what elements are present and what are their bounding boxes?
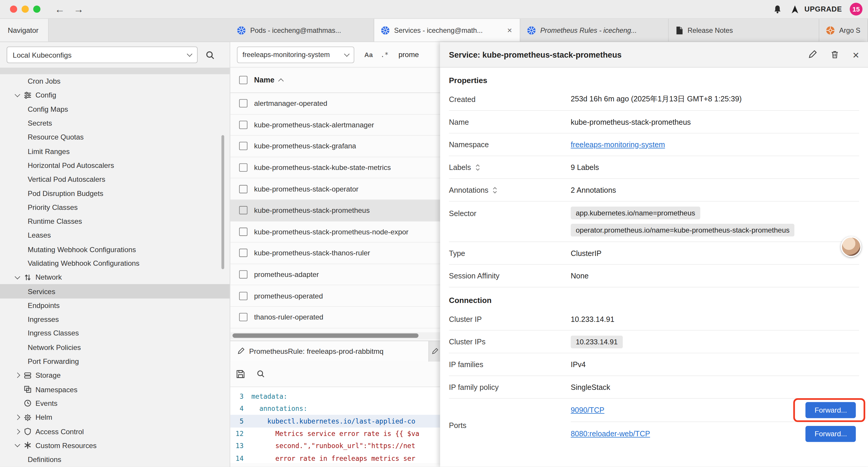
editor-tab-partial[interactable]: [429, 341, 440, 361]
notification-count-badge[interactable]: 15: [850, 3, 862, 16]
back-icon[interactable]: ←: [55, 4, 65, 14]
table-row-selected[interactable]: kube-prometheus-stack-prometheus: [230, 200, 440, 221]
row-checkbox[interactable]: [239, 206, 247, 214]
close-window-button[interactable]: [10, 6, 17, 13]
tab-release-notes[interactable]: Release Notes: [669, 19, 819, 42]
tab-argo[interactable]: Argo S: [819, 19, 868, 42]
sidebar-group-storage[interactable]: Storage: [0, 368, 230, 382]
sidebar-scrollbar[interactable]: [221, 135, 224, 269]
table-row[interactable]: kube-prometheus-stack-operator: [230, 178, 440, 200]
sidebar-item-validating-webhook-configurations[interactable]: Validating Webhook Configurations: [0, 256, 230, 270]
row-checkbox[interactable]: [239, 185, 247, 193]
forward-button[interactable]: Forward...: [806, 426, 856, 442]
search-icon[interactable]: [256, 370, 265, 378]
tab-prometheus-rules[interactable]: Prometheus Rules - icecheng...: [520, 19, 669, 42]
port-link[interactable]: 8080:reloader-web/TCP: [571, 430, 650, 438]
forward-icon[interactable]: →: [73, 4, 84, 14]
save-icon[interactable]: [236, 369, 245, 379]
search-input[interactable]: prome: [399, 51, 419, 59]
yaml-editor[interactable]: 3metadata: 4 annotations: 5 kubectl.kube…: [230, 387, 440, 463]
sidebar-group-config[interactable]: Config: [0, 88, 230, 102]
sidebar-item-secrets[interactable]: Secrets: [0, 116, 230, 130]
row-checkbox[interactable]: [239, 249, 247, 257]
sidebar-group-custom-resources[interactable]: Custom Resources: [0, 438, 230, 452]
namespace-link[interactable]: freeleaps-monitoring-system: [571, 140, 665, 149]
sidebar-group-network[interactable]: Network: [0, 270, 230, 284]
scrollbar-thumb[interactable]: [232, 333, 418, 338]
sidebar-item-port-forwarding[interactable]: Port Forwarding: [0, 354, 230, 368]
bell-icon[interactable]: [773, 4, 782, 14]
forward-button[interactable]: Forward...: [806, 402, 856, 418]
editor-tab-prometheusrule[interactable]: PrometheusRule: freeleaps-prod-rabbitmq: [230, 341, 429, 361]
kubeconfig-selector[interactable]: Local Kubeconfigs: [6, 47, 197, 63]
tab-close-icon[interactable]: ×: [506, 25, 513, 35]
tab-pods[interactable]: Pods - icecheng@mathmas...: [230, 19, 374, 42]
row-checkbox[interactable]: [239, 228, 247, 236]
tab-services[interactable]: Services - icecheng@math... ×: [374, 19, 521, 42]
maximize-window-button[interactable]: [33, 6, 40, 13]
minimize-window-button[interactable]: [22, 6, 29, 13]
sidebar-item-namespaces[interactable]: Namespaces: [0, 382, 230, 396]
sidebar-item-services[interactable]: Services: [0, 284, 230, 298]
table-row[interactable]: thanos-ruler-operated: [230, 307, 440, 328]
sidebar-item-config-maps[interactable]: Config Maps: [0, 102, 230, 116]
sidebar-item-limit-ranges[interactable]: Limit Ranges: [0, 144, 230, 158]
port-link[interactable]: 9090/TCP: [571, 406, 604, 414]
row-checkbox[interactable]: [239, 121, 247, 129]
sidebar-item-endpoints[interactable]: Endpoints: [0, 298, 230, 312]
row-checkbox[interactable]: [239, 164, 247, 172]
sidebar-item-ingress-classes[interactable]: Ingress Classes: [0, 326, 230, 340]
sidebar-item-pod-disruption-budgets[interactable]: Pod Disruption Budgets: [0, 186, 230, 200]
table-row[interactable]: kube-prometheus-stack-alertmanager: [230, 114, 440, 136]
row-checkbox[interactable]: [239, 313, 247, 321]
sidebar-item-resource-quotas[interactable]: Resource Quotas: [0, 130, 230, 144]
trash-icon[interactable]: [831, 50, 839, 59]
row-checkbox[interactable]: [239, 292, 247, 300]
labels-count[interactable]: 9 Labels: [571, 163, 599, 171]
sidebar-item-horizontal-pod-autoscalers[interactable]: Horizontal Pod Autoscalers: [0, 158, 230, 172]
sidebar-item-mutating-webhook-configurations[interactable]: Mutating Webhook Configurations: [0, 242, 230, 256]
sidebar-item-cron-jobs[interactable]: Cron Jobs: [0, 74, 230, 88]
annotations-count[interactable]: 2 Annotations: [571, 186, 616, 194]
sidebar-item-priority-classes[interactable]: Priority Classes: [0, 200, 230, 214]
sidebar-item-runtime-classes[interactable]: Runtime Classes: [0, 214, 230, 228]
sidebar-group-helm[interactable]: Helm: [0, 411, 230, 425]
sidebar-item-definitions[interactable]: Definitions: [0, 453, 230, 466]
user-avatar[interactable]: [841, 236, 861, 257]
chevron-down-icon[interactable]: [13, 444, 21, 446]
sidebar-item-vertical-pod-autoscalers[interactable]: Vertical Pod Autoscalers: [0, 172, 230, 186]
sidebar-item-leases[interactable]: Leases: [0, 228, 230, 242]
table-row[interactable]: kube-prometheus-stack-thanos-ruler: [230, 243, 440, 264]
chevron-right-icon[interactable]: [13, 415, 21, 419]
regex-toggle[interactable]: .*: [378, 50, 391, 60]
table-row[interactable]: alertmanager-operated: [230, 93, 440, 114]
sidebar-item-ingresses[interactable]: Ingresses: [0, 313, 230, 326]
sidebar-item-partial[interactable]: [0, 68, 230, 74]
sidebar-item-events[interactable]: Events: [0, 396, 230, 410]
sidebar-group-access-control[interactable]: Access Control: [0, 425, 230, 438]
select-all-checkbox[interactable]: [239, 76, 247, 84]
search-icon[interactable]: [205, 50, 215, 60]
row-checkbox[interactable]: [239, 99, 247, 108]
close-icon[interactable]: ×: [852, 49, 859, 60]
expand-collapse-icon[interactable]: [492, 186, 498, 194]
table-row[interactable]: prometheus-operated: [230, 286, 440, 307]
upgrade-button[interactable]: UPGRADE: [790, 4, 842, 14]
table-row[interactable]: kube-prometheus-stack-prometheus-node-ex…: [230, 222, 440, 243]
row-checkbox[interactable]: [239, 270, 247, 279]
namespace-filter-dropdown[interactable]: freeleaps-monitoring-system: [237, 46, 354, 63]
chevron-right-icon[interactable]: [13, 430, 21, 433]
name-column-header[interactable]: Name: [254, 76, 283, 84]
sidebar-item-network-policies[interactable]: Network Policies: [0, 341, 230, 354]
table-row[interactable]: kube-prometheus-stack-kube-state-metrics: [230, 157, 440, 178]
edit-icon[interactable]: [808, 50, 817, 59]
horizontal-scrollbar[interactable]: [230, 332, 440, 339]
table-row[interactable]: prometheus-adapter: [230, 264, 440, 285]
match-case-toggle[interactable]: Aa: [362, 50, 375, 60]
table-row[interactable]: kube-prometheus-stack-grafana: [230, 136, 440, 157]
chevron-down-icon[interactable]: [13, 276, 21, 279]
expand-collapse-icon[interactable]: [475, 164, 480, 171]
chevron-right-icon[interactable]: [13, 374, 21, 377]
chevron-down-icon[interactable]: [13, 94, 21, 96]
row-checkbox[interactable]: [239, 142, 247, 150]
